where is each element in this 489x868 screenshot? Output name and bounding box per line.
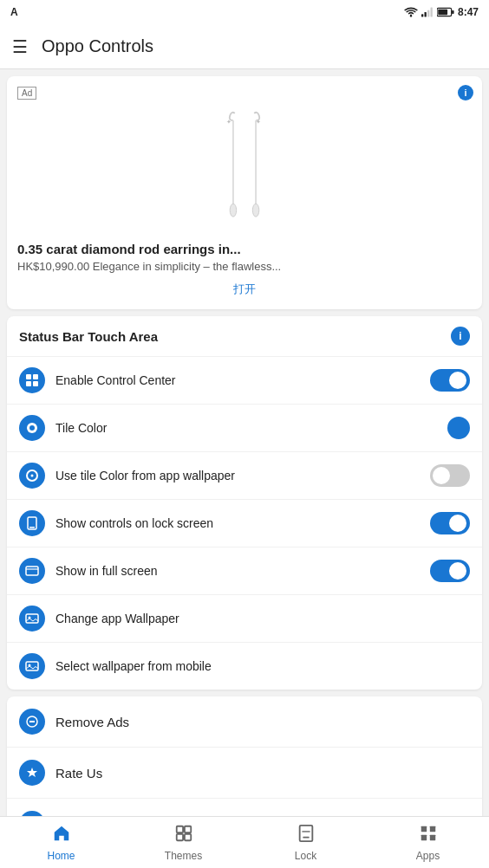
status-bar: A 8:47 (0, 0, 489, 24)
svg-rect-17 (33, 381, 38, 386)
other-icon-rate-us (19, 760, 45, 786)
svg-rect-41 (176, 826, 182, 832)
svg-text:✦: ✦ (256, 118, 261, 126)
svg-rect-49 (429, 826, 434, 831)
setting-icon-show-controls-lock (19, 510, 45, 536)
setting-row-use-tile-color[interactable]: Use tile Color from app wallpaper (7, 452, 482, 500)
bottom-nav: Home Themes Lock (0, 816, 489, 868)
svg-rect-43 (176, 833, 182, 839)
status-left-icon: A (10, 6, 18, 18)
svg-point-11 (252, 204, 258, 217)
ad-open-button[interactable]: 打开 (17, 282, 472, 297)
setting-label-show-full-screen: Show in full screen (55, 564, 430, 578)
svg-rect-47 (302, 831, 310, 832)
home-icon (52, 824, 71, 848)
svg-rect-4 (430, 8, 432, 17)
other-label-rate-us: Rate Us (55, 766, 102, 781)
svg-rect-7 (452, 10, 454, 14)
setting-icon-enable-control-center (19, 367, 45, 393)
setting-row-show-controls-lock[interactable]: Show controls on lock screen (7, 500, 482, 547)
setting-icon-select-wallpaper (19, 653, 45, 679)
setting-label-tile-color: Tile Color (55, 421, 447, 435)
nav-item-lock[interactable]: Lock (244, 817, 367, 868)
lock-icon (297, 824, 316, 848)
svg-rect-45 (299, 825, 312, 840)
toggle-show-controls-lock[interactable] (430, 512, 470, 534)
wifi-icon (404, 7, 418, 17)
nav-item-apps[interactable]: Apps (367, 817, 489, 868)
svg-rect-51 (429, 834, 434, 839)
svg-rect-44 (184, 833, 190, 839)
nav-label-home: Home (47, 850, 75, 862)
apps-icon (419, 824, 438, 848)
setting-label-use-tile-color: Use tile Color from app wallpaper (55, 469, 430, 483)
app-title: Oppo Controls (42, 36, 153, 56)
themes-icon (174, 824, 193, 848)
status-bar-section: Status Bar Touch Area i Enable Control C… (7, 316, 482, 690)
setting-label-enable-control-center: Enable Control Center (55, 373, 430, 387)
svg-point-21 (31, 475, 34, 477)
toggle-use-tile-color[interactable] (430, 464, 470, 487)
toggle-enable-control-center[interactable] (430, 369, 470, 392)
svg-rect-24 (26, 567, 38, 575)
setting-row-select-wallpaper[interactable]: Select wallpaper from mobile (7, 643, 482, 690)
ad-banner: Ad i ✦ ✦ 0.35 carat diamond rod earrings… (7, 76, 482, 309)
setting-row-show-full-screen[interactable]: Show in full screen (7, 547, 482, 595)
setting-icon-tile-color (19, 415, 45, 441)
nav-label-themes: Themes (165, 850, 202, 862)
svg-rect-6 (438, 10, 447, 16)
section-info-button[interactable]: i (451, 327, 470, 346)
ad-product-title: 0.35 carat diamond rod earrings in... (17, 242, 472, 256)
time-display: 8:47 (458, 6, 479, 18)
nav-item-themes[interactable]: Themes (122, 817, 244, 868)
section-title: Status Bar Touch Area (19, 329, 158, 344)
toggle-show-full-screen[interactable] (430, 560, 470, 582)
svg-text:✦: ✦ (226, 118, 231, 126)
tile-color-indicator (447, 417, 470, 439)
status-right: 8:47 (404, 6, 479, 18)
svg-rect-14 (26, 374, 31, 379)
svg-rect-50 (421, 834, 426, 839)
setting-icon-show-full-screen (19, 558, 45, 584)
ad-product-image: ✦ ✦ (17, 105, 472, 235)
app-header: ☰ Oppo Controls (0, 24, 489, 69)
other-row-rate-us[interactable]: Rate Us (7, 748, 482, 799)
signal-icon (421, 7, 434, 17)
nav-label-lock: Lock (295, 850, 316, 862)
svg-rect-46 (303, 836, 309, 838)
svg-point-9 (230, 204, 236, 217)
battery-icon (437, 7, 454, 17)
other-icon-remove-ads (19, 709, 45, 735)
svg-rect-23 (29, 527, 35, 528)
setting-label-change-wallpaper: Change app Wallpaper (55, 612, 470, 625)
svg-rect-48 (421, 826, 426, 831)
svg-rect-3 (427, 10, 429, 17)
svg-rect-16 (26, 381, 31, 386)
ad-label: Ad (17, 87, 36, 100)
svg-point-0 (410, 15, 412, 16)
setting-icon-change-wallpaper (19, 606, 45, 632)
svg-rect-26 (26, 614, 38, 623)
svg-rect-42 (184, 826, 190, 832)
nav-item-home[interactable]: Home (0, 817, 122, 868)
other-label-remove-ads: Remove Ads (55, 715, 129, 729)
ad-product-desc: HK$10,990.00 Elegance in simplicity – th… (17, 260, 472, 273)
svg-rect-15 (33, 374, 38, 379)
svg-rect-1 (421, 14, 423, 16)
setting-label-show-controls-lock: Show controls on lock screen (55, 516, 430, 530)
setting-label-select-wallpaper: Select wallpaper from mobile (55, 659, 470, 673)
ad-info-button[interactable]: i (458, 85, 473, 100)
setting-row-enable-control-center[interactable]: Enable Control Center (7, 357, 482, 405)
svg-rect-28 (26, 662, 38, 670)
section-header: Status Bar Touch Area i (7, 316, 482, 357)
menu-button[interactable]: ☰ (12, 36, 28, 57)
nav-label-apps: Apps (416, 850, 440, 862)
svg-rect-2 (424, 12, 426, 16)
svg-point-19 (29, 425, 35, 431)
setting-row-tile-color[interactable]: Tile Color (7, 405, 482, 452)
setting-icon-use-tile-color (19, 463, 45, 489)
other-row-remove-ads[interactable]: Remove Ads (7, 696, 482, 748)
setting-row-change-wallpaper[interactable]: Change app Wallpaper (7, 595, 482, 643)
earring-illustration: ✦ ✦ (218, 109, 271, 230)
